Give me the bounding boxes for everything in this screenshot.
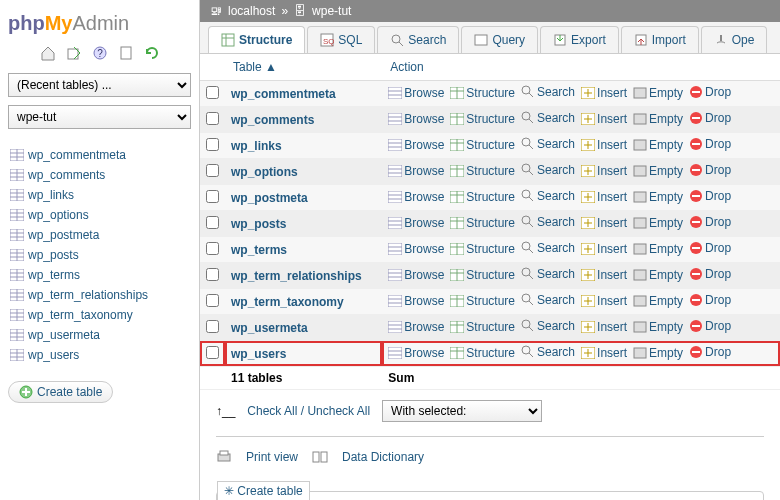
row-checkbox[interactable] (206, 112, 219, 125)
browse-link[interactable]: Browse (388, 294, 444, 308)
insert-link[interactable]: Insert (581, 164, 627, 178)
insert-link[interactable]: Insert (581, 268, 627, 282)
browse-link[interactable]: Browse (388, 112, 444, 126)
browse-link[interactable]: Browse (388, 268, 444, 282)
tab-import[interactable]: Import (621, 26, 699, 53)
drop-link[interactable]: Drop (689, 85, 731, 99)
row-checkbox[interactable] (206, 242, 219, 255)
query-icon[interactable]: ? (92, 45, 108, 61)
tab-export[interactable]: Export (540, 26, 619, 53)
insert-link[interactable]: Insert (581, 242, 627, 256)
insert-link[interactable]: Insert (581, 216, 627, 230)
empty-link[interactable]: Empty (633, 242, 683, 256)
drop-link[interactable]: Drop (689, 163, 731, 177)
browse-link[interactable]: Browse (388, 86, 444, 100)
search-link[interactable]: Search (521, 137, 575, 151)
browse-link[interactable]: Browse (388, 242, 444, 256)
row-checkbox[interactable] (206, 268, 219, 281)
tree-table-wp_usermeta[interactable]: wp_usermeta (8, 325, 191, 345)
browse-link[interactable]: Browse (388, 216, 444, 230)
print-view-link[interactable]: Print view (246, 450, 298, 464)
structure-link[interactable]: Structure (450, 164, 515, 178)
row-checkbox[interactable] (206, 320, 219, 333)
with-selected-select[interactable]: With selected: (382, 400, 542, 422)
search-link[interactable]: Search (521, 85, 575, 99)
insert-link[interactable]: Insert (581, 138, 627, 152)
search-link[interactable]: Search (521, 319, 575, 333)
structure-link[interactable]: Structure (450, 112, 515, 126)
home-icon[interactable] (40, 45, 56, 61)
browse-link[interactable]: Browse (388, 138, 444, 152)
table-name-link[interactable]: wp_options (231, 165, 298, 179)
drop-link[interactable]: Drop (689, 189, 731, 203)
tab-search[interactable]: Search (377, 26, 459, 53)
row-checkbox[interactable] (206, 346, 219, 359)
tab-ope[interactable]: Ope (701, 26, 768, 53)
structure-link[interactable]: Structure (450, 346, 515, 360)
insert-link[interactable]: Insert (581, 320, 627, 334)
drop-link[interactable]: Drop (689, 137, 731, 151)
empty-link[interactable]: Empty (633, 190, 683, 204)
tab-structure[interactable]: Structure (208, 26, 305, 53)
empty-link[interactable]: Empty (633, 346, 683, 360)
row-checkbox[interactable] (206, 216, 219, 229)
structure-link[interactable]: Structure (450, 138, 515, 152)
structure-link[interactable]: Structure (450, 320, 515, 334)
structure-link[interactable]: Structure (450, 294, 515, 308)
insert-link[interactable]: Insert (581, 346, 627, 360)
drop-link[interactable]: Drop (689, 215, 731, 229)
empty-link[interactable]: Empty (633, 294, 683, 308)
browse-link[interactable]: Browse (388, 320, 444, 334)
tree-table-wp_postmeta[interactable]: wp_postmeta (8, 225, 191, 245)
table-name-link[interactable]: wp_usermeta (231, 321, 308, 335)
breadcrumb-db[interactable]: wpe-tut (312, 4, 351, 18)
structure-link[interactable]: Structure (450, 268, 515, 282)
empty-link[interactable]: Empty (633, 164, 683, 178)
drop-link[interactable]: Drop (689, 111, 731, 125)
browse-link[interactable]: Browse (388, 164, 444, 178)
search-link[interactable]: Search (521, 163, 575, 177)
create-table-button[interactable]: Create table (8, 381, 113, 403)
structure-link[interactable]: Structure (450, 86, 515, 100)
reload-icon[interactable] (144, 45, 160, 61)
table-name-link[interactable]: wp_term_relationships (231, 269, 362, 283)
structure-link[interactable]: Structure (450, 242, 515, 256)
breadcrumb-server[interactable]: localhost (228, 4, 275, 18)
insert-link[interactable]: Insert (581, 112, 627, 126)
search-link[interactable]: Search (521, 293, 575, 307)
structure-link[interactable]: Structure (450, 216, 515, 230)
insert-link[interactable]: Insert (581, 190, 627, 204)
tab-query[interactable]: Query (461, 26, 538, 53)
table-name-link[interactable]: wp_commentmeta (231, 87, 336, 101)
drop-link[interactable]: Drop (689, 267, 731, 281)
drop-link[interactable]: Drop (689, 319, 731, 333)
empty-link[interactable]: Empty (633, 216, 683, 230)
search-link[interactable]: Search (521, 189, 575, 203)
tree-table-wp_commentmeta[interactable]: wp_commentmeta (8, 145, 191, 165)
tree-table-wp_posts[interactable]: wp_posts (8, 245, 191, 265)
table-name-link[interactable]: wp_users (231, 347, 286, 361)
insert-link[interactable]: Insert (581, 86, 627, 100)
tree-table-wp_options[interactable]: wp_options (8, 205, 191, 225)
table-name-link[interactable]: wp_terms (231, 243, 287, 257)
table-name-link[interactable]: wp_postmeta (231, 191, 308, 205)
tree-table-wp_term_relationships[interactable]: wp_term_relationships (8, 285, 191, 305)
row-checkbox[interactable] (206, 190, 219, 203)
row-checkbox[interactable] (206, 164, 219, 177)
logout-icon[interactable] (66, 45, 82, 61)
empty-link[interactable]: Empty (633, 86, 683, 100)
check-all-link[interactable]: Check All / Uncheck All (247, 404, 370, 418)
tree-table-wp_comments[interactable]: wp_comments (8, 165, 191, 185)
tab-sql[interactable]: SQLSQL (307, 26, 375, 53)
table-name-link[interactable]: wp_comments (231, 113, 314, 127)
browse-link[interactable]: Browse (388, 346, 444, 360)
empty-link[interactable]: Empty (633, 320, 683, 334)
empty-link[interactable]: Empty (633, 138, 683, 152)
row-checkbox[interactable] (206, 294, 219, 307)
drop-link[interactable]: Drop (689, 293, 731, 307)
browse-link[interactable]: Browse (388, 190, 444, 204)
tree-table-wp_term_taxonomy[interactable]: wp_term_taxonomy (8, 305, 191, 325)
row-checkbox[interactable] (206, 86, 219, 99)
tree-table-wp_terms[interactable]: wp_terms (8, 265, 191, 285)
search-link[interactable]: Search (521, 345, 575, 359)
